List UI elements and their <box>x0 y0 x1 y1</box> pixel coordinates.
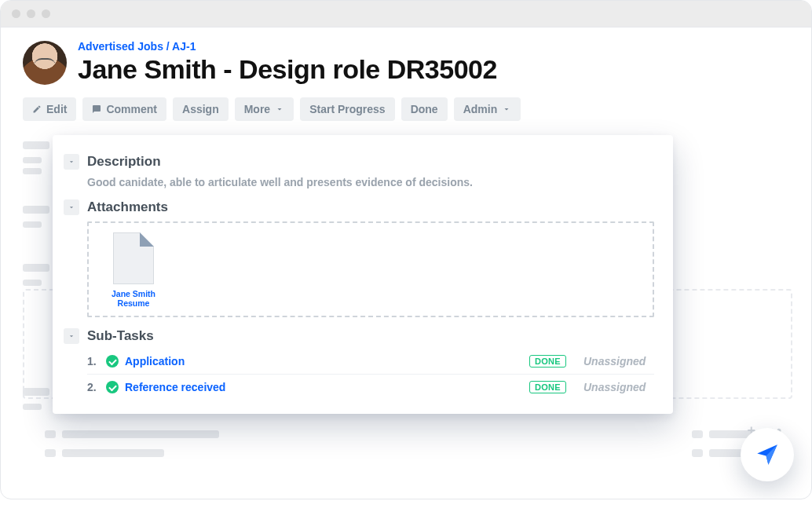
skeleton <box>692 449 703 457</box>
skeleton <box>62 449 164 457</box>
edit-button[interactable]: Edit <box>23 97 76 121</box>
send-icon <box>754 441 781 468</box>
subtasks-title: Sub-Tasks <box>87 328 154 344</box>
attachment-item[interactable]: Jane Smith Resume <box>98 232 169 308</box>
start-progress-label: Start Progress <box>309 103 385 115</box>
done-label: Done <box>411 103 438 115</box>
window-control-close[interactable] <box>12 9 20 18</box>
subtasks-section-header: Sub-Tasks <box>64 328 654 344</box>
detail-panel: Description Good canidate, able to artic… <box>53 135 673 414</box>
description-title: Description <box>87 154 161 170</box>
attachments-toggle[interactable] <box>64 199 79 215</box>
subtask-name[interactable]: Application <box>125 355 185 368</box>
page-header: Advertised Jobs / AJ-1 Jane Smith - Desi… <box>1 27 811 93</box>
subtask-assignee[interactable]: Unassigned <box>583 381 654 393</box>
admin-button[interactable]: Admin <box>454 97 521 121</box>
skeleton <box>23 141 49 149</box>
window-control-maximize[interactable] <box>42 9 50 18</box>
fab-button[interactable] <box>741 428 794 481</box>
chevron-down-icon <box>68 332 75 340</box>
attachment-name: Jane Smith Resume <box>98 289 169 308</box>
subtask-assignee[interactable]: Unassigned <box>583 355 654 368</box>
skeleton <box>23 264 49 272</box>
skeleton <box>23 404 42 410</box>
edit-label: Edit <box>46 103 67 115</box>
breadcrumb[interactable]: Advertised Jobs / AJ-1 <box>78 40 497 53</box>
chevron-down-icon <box>275 104 284 114</box>
attachments-title: Attachments <box>87 199 168 215</box>
chevron-down-icon <box>502 104 511 114</box>
skeleton <box>62 430 219 438</box>
subtask-row[interactable]: 2. Reference received DONE Unassigned <box>87 375 654 400</box>
skeleton <box>23 157 42 163</box>
skeleton <box>23 280 42 286</box>
assign-button[interactable]: Assign <box>173 97 229 121</box>
subtasks-list: 1. Application DONE Unassigned 2. Refere… <box>87 349 654 400</box>
subtask-ordinal: 1. <box>87 355 100 368</box>
skeleton <box>23 206 49 214</box>
breadcrumb-key[interactable]: AJ-1 <box>172 40 196 53</box>
description-text: Good canidate, able to articulate well a… <box>87 176 654 188</box>
breadcrumb-parent[interactable]: Advertised Jobs <box>78 40 163 53</box>
done-button[interactable]: Done <box>401 97 448 121</box>
check-circle-icon <box>106 381 119 393</box>
window-titlebar <box>1 1 811 27</box>
document-icon <box>113 232 154 284</box>
check-circle-icon <box>106 355 119 368</box>
more-button[interactable]: More <box>235 97 294 121</box>
breadcrumb-sep: / <box>166 40 170 53</box>
admin-label: Admin <box>463 103 498 115</box>
chevron-down-icon <box>68 203 75 211</box>
window-control-minimize[interactable] <box>27 9 35 18</box>
attachments-dropzone[interactable]: Jane Smith Resume <box>87 221 654 317</box>
status-badge: DONE <box>529 381 566 393</box>
subtasks-toggle[interactable] <box>64 328 79 344</box>
attachments-section-header: Attachments <box>64 199 654 215</box>
subtask-row[interactable]: 1. Application DONE Unassigned <box>87 349 654 375</box>
status-badge: DONE <box>529 355 566 368</box>
assign-label: Assign <box>182 103 219 115</box>
subtask-name[interactable]: Reference received <box>125 381 225 393</box>
description-toggle[interactable] <box>64 154 79 170</box>
skeleton <box>45 449 56 457</box>
description-section-header: Description <box>64 154 654 170</box>
page-title: Jane Smith - Design role DR35002 <box>78 54 497 85</box>
content-area: + ••• Description Good canidate, able to… <box>1 135 811 414</box>
chevron-down-icon <box>68 158 75 166</box>
toolbar: Edit Comment Assign More Start Progress … <box>1 93 811 130</box>
skeleton <box>23 221 42 228</box>
avatar[interactable] <box>23 41 67 85</box>
more-label: More <box>244 103 270 115</box>
comment-icon <box>92 104 101 114</box>
comment-button[interactable]: Comment <box>82 97 166 121</box>
app-window: Advertised Jobs / AJ-1 Jane Smith - Desi… <box>0 0 812 499</box>
start-progress-button[interactable]: Start Progress <box>300 97 394 121</box>
comment-label: Comment <box>106 103 157 115</box>
skeleton <box>23 168 42 174</box>
skeleton <box>45 430 56 438</box>
pencil-icon <box>32 104 42 114</box>
subtask-ordinal: 2. <box>87 381 100 393</box>
skeleton <box>692 430 703 438</box>
